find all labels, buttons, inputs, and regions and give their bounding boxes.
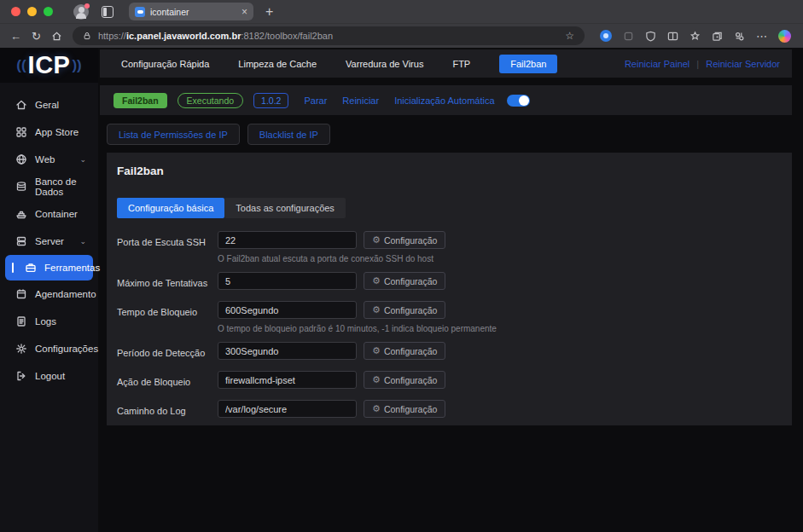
app-logo: (( ICP )) <box>0 48 98 83</box>
panel-title: Fail2ban <box>117 165 782 177</box>
tab-favicon-icon <box>135 7 145 17</box>
sidebar-item-label: App Store <box>35 127 79 137</box>
address-bar[interactable]: https://ic.panel.javaworld.com.br:8182/t… <box>73 26 585 45</box>
gear-icon: ⚙ <box>372 404 381 413</box>
acao-de-bloqueio-input[interactable] <box>218 371 357 389</box>
sidebar-item-container[interactable]: Container <box>0 200 98 228</box>
shield-icon[interactable] <box>645 31 656 42</box>
browser-chrome: icontainer × + ← ↻ https://ic.panel.java… <box>0 0 803 48</box>
restart-server-link[interactable]: Reiniciar Servidor <box>706 59 780 69</box>
sidebar-item-label: Configurações <box>35 344 98 354</box>
config-row-maximo-de-tentativas: Máximo de Tentativas⚙Configuração <box>117 272 782 292</box>
config-row-porta-de-escuta-ssh: Porta de Escuta SSH⚙ConfiguraçãoO Fail2b… <box>117 231 782 263</box>
configuracao-button[interactable]: ⚙Configuração <box>364 342 445 360</box>
profile-avatar[interactable] <box>73 4 89 20</box>
sidebar: (( ICP )) GeralApp StoreWeb⌄Banco de Dad… <box>0 48 98 532</box>
configuracao-button[interactable]: ⚙Configuração <box>364 371 445 389</box>
active-indicator <box>12 263 14 273</box>
field-label: Período de Detecção <box>117 342 211 362</box>
sidebar-item-web[interactable]: Web⌄ <box>0 146 98 173</box>
tempo-de-bloqueio-input[interactable] <box>218 301 357 319</box>
configuracao-button-label: Configuração <box>384 235 437 246</box>
sidebar-item-ferramentas[interactable]: Ferramentas <box>5 255 93 280</box>
sidebar-item-agendamento[interactable]: Agendamento <box>0 280 98 308</box>
back-icon[interactable]: ← <box>10 31 21 42</box>
extensions-icon[interactable] <box>734 31 745 42</box>
blacklist-de-ip-button[interactable]: Blacklist de IP <box>247 124 330 145</box>
autostart-label: Inicialização Automática <box>394 95 494 106</box>
tab-limpeza-de-cache[interactable]: Limpeza de Cache <box>238 59 317 69</box>
restart-service-link[interactable]: Reiniciar <box>342 95 379 106</box>
sidebar-item-server[interactable]: Server⌄ <box>0 228 98 255</box>
porta-de-escuta-ssh-input[interactable] <box>218 231 357 249</box>
collections-icon[interactable] <box>712 31 723 42</box>
tab-title: icontainer <box>150 7 236 17</box>
toolbox-tabs: Configuração RápidaLimpeza de CacheVarre… <box>121 55 557 73</box>
maximo-de-tentativas-input[interactable] <box>218 272 357 290</box>
zoom-window-button[interactable] <box>44 7 53 16</box>
link-separator: | <box>696 59 699 69</box>
more-options-icon[interactable]: ⋯ <box>756 31 767 42</box>
tab-configuracao-rapida[interactable]: Configuração Rápida <box>121 59 209 69</box>
database-icon <box>15 181 27 193</box>
field-label: Tempo de Bloqueio <box>117 301 211 321</box>
favorites-icon[interactable] <box>690 31 701 42</box>
container-ship-icon <box>15 208 27 220</box>
config-row-tempo-de-bloqueio: Tempo de Bloqueio⚙ConfiguraçãoO tempo de… <box>117 301 782 333</box>
minimize-window-button[interactable] <box>27 7 37 16</box>
home-icon[interactable] <box>51 31 62 42</box>
sidebar-item-label: Web <box>35 154 55 165</box>
service-name-badge: Fail2ban <box>113 93 167 108</box>
copilot-icon[interactable] <box>778 30 791 43</box>
sidebar-item-app-store[interactable]: App Store <box>0 119 98 146</box>
split-screen-icon[interactable] <box>667 31 678 42</box>
periodo-de-deteccao-input[interactable] <box>218 342 357 360</box>
close-window-button[interactable] <box>11 7 20 16</box>
configuracao-button[interactable]: ⚙Configuração <box>364 231 445 249</box>
notification-dot <box>84 3 90 9</box>
bookmark-star-icon[interactable]: ☆ <box>565 30 574 42</box>
field-label: Porta de Escuta SSH <box>117 231 211 252</box>
panel-tab-configuracao-basica[interactable]: Configuração básica <box>117 198 224 218</box>
stop-service-link[interactable]: Parar <box>304 95 327 106</box>
toggle-knob <box>519 95 529 106</box>
lock-icon <box>83 31 91 41</box>
logo-decor-right: )) <box>72 57 81 74</box>
main-content: Configuração RápidaLimpeza de CacheVarre… <box>98 48 803 532</box>
panel-tab-todas-as-configuracoes[interactable]: Todas as configurações <box>224 198 346 218</box>
sidebar-menu: GeralApp StoreWeb⌄Banco de DadosContaine… <box>0 83 98 390</box>
caminho-do-log-input[interactable] <box>218 400 357 418</box>
logo-decor-left: (( <box>16 57 26 74</box>
workspaces-icon[interactable] <box>102 6 113 18</box>
tab-close-icon[interactable]: × <box>241 7 247 17</box>
extension-icon-blue[interactable] <box>600 30 612 42</box>
browser-tab[interactable]: icontainer × <box>129 3 253 20</box>
configuracao-button[interactable]: ⚙Configuração <box>364 301 445 319</box>
sidebar-item-geral[interactable]: Geral <box>0 91 98 119</box>
app-shell: (( ICP )) GeralApp StoreWeb⌄Banco de Dad… <box>0 48 803 532</box>
reload-icon[interactable]: ↻ <box>32 31 41 42</box>
new-tab-button[interactable]: + <box>265 5 273 19</box>
autostart-toggle[interactable] <box>507 95 530 107</box>
field-label: Caminho do Log <box>117 400 211 420</box>
tab-fail2ban[interactable]: Fail2ban <box>499 55 557 73</box>
configuracao-button-label: Configuração <box>384 305 437 315</box>
ip-actions-row: Lista de Permissões de IPBlacklist de IP <box>107 124 792 145</box>
sidebar-item-configuracoes[interactable]: Configurações <box>0 335 98 362</box>
inactive-extension-icon[interactable] <box>623 31 634 42</box>
restart-panel-link[interactable]: Reiniciar Painel <box>625 59 690 69</box>
sidebar-item-logs[interactable]: Logs <box>0 308 98 335</box>
lista-de-permissoes-de-ip-button[interactable]: Lista de Permissões de IP <box>107 124 240 145</box>
tab-ftp[interactable]: FTP <box>452 59 470 69</box>
configuracao-button[interactable]: ⚙Configuração <box>364 400 445 418</box>
sidebar-item-logout[interactable]: Logout <box>0 362 98 390</box>
field-help-text: O Fail2ban atual escuta a porta de conex… <box>218 254 782 263</box>
sidebar-item-label: Server <box>35 236 64 246</box>
configuracao-button[interactable]: ⚙Configuração <box>364 272 445 290</box>
sidebar-item-banco-de-dados[interactable]: Banco de Dados <box>0 173 98 200</box>
sidebar-item-label: Logout <box>35 371 65 381</box>
logout-icon <box>15 370 27 382</box>
tab-strip: icontainer × + <box>0 0 803 23</box>
tab-varredura-de-virus[interactable]: Varredura de Virus <box>346 59 423 69</box>
toolbox-icon <box>25 262 37 274</box>
